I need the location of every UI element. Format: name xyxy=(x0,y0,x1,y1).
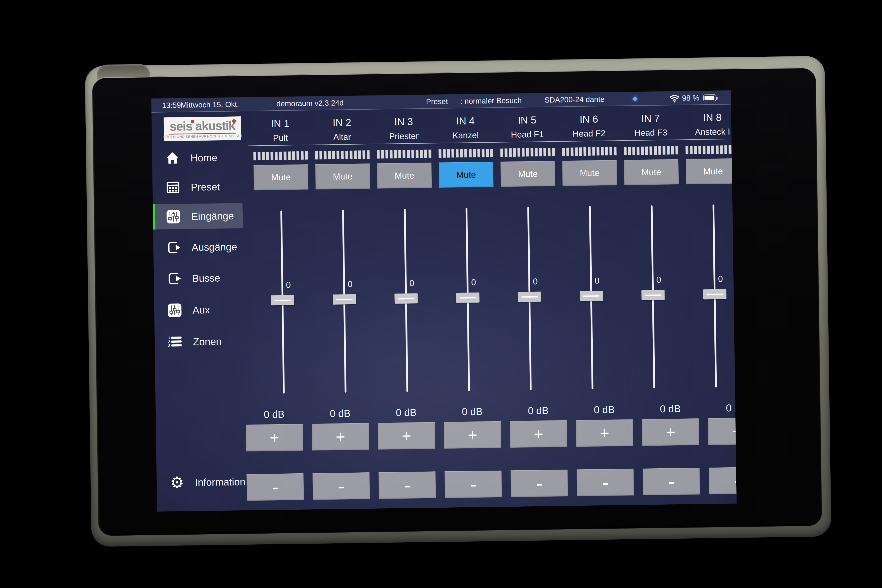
faders-icon xyxy=(166,209,181,224)
decrement-button[interactable]: - xyxy=(709,467,736,494)
db-value: 0 dB xyxy=(708,402,736,414)
device-name: SDA200-24 dante xyxy=(544,92,604,107)
brand-logo: seis akustik HÖREN UND SEHEN AUF HÖCHSTE… xyxy=(164,116,241,141)
logo-red-dot xyxy=(191,120,194,123)
decrement-button[interactable]: - xyxy=(510,470,568,497)
app-screen: 13:59 Mittwoch 15. Okt. demoraum v2.3 24… xyxy=(151,90,736,512)
active-indicator-stripe xyxy=(153,204,155,230)
increment-button[interactable]: + xyxy=(378,422,435,450)
sidebar-item-label: Eingänge xyxy=(191,210,234,222)
increment-button[interactable]: + xyxy=(642,418,699,446)
channel-footer: 0 dB + - xyxy=(373,95,436,508)
meter-segment xyxy=(566,148,569,156)
decrement-button[interactable]: - xyxy=(444,471,502,498)
battery-percent: 98 % xyxy=(682,91,699,105)
increment-button[interactable]: + xyxy=(510,420,567,448)
app-title: demoraum v2.3 24d xyxy=(276,96,344,111)
preset-grid-icon xyxy=(166,180,180,195)
clock: 13:59 xyxy=(162,98,181,112)
channel-footer: 0 dB + - xyxy=(307,96,370,509)
sidebar-item-home[interactable]: Home xyxy=(152,145,242,171)
gear-icon: ⚙ xyxy=(170,475,184,490)
increment-button[interactable]: + xyxy=(246,424,303,452)
date: Mittwoch 15. Okt. xyxy=(180,97,239,112)
output-arrow-icon xyxy=(166,240,181,255)
logo-red-dot xyxy=(232,119,236,123)
sidebar-item-label: Busse xyxy=(192,272,220,284)
db-value: 0 dB xyxy=(312,407,369,420)
meter-segment xyxy=(305,151,308,159)
sidebar-item-label: Information xyxy=(195,476,246,488)
db-value: 0 dB xyxy=(444,406,501,418)
preset-label: Preset xyxy=(426,94,448,109)
channel-footer: 0 dB + - xyxy=(704,90,736,504)
decrement-button[interactable]: - xyxy=(246,473,304,501)
channel-footer: 0 dB + - xyxy=(241,96,304,510)
tablet-device: 13:59 Mittwoch 15. Okt. demoraum v2.3 24… xyxy=(0,0,882,588)
output-arrow-icon xyxy=(167,271,182,286)
db-value: 0 dB xyxy=(510,405,567,417)
faders-icon xyxy=(167,303,182,318)
db-value: 0 dB xyxy=(642,403,699,415)
channel-footer: 0 dB + - xyxy=(505,93,568,507)
sidebar-item-preset[interactable]: Preset xyxy=(153,174,242,200)
db-value: 0 dB xyxy=(576,404,633,416)
increment-button[interactable]: + xyxy=(312,423,369,450)
increment-button[interactable]: + xyxy=(708,417,736,445)
decrement-button[interactable]: - xyxy=(577,469,634,496)
db-value: 0 dB xyxy=(246,408,303,420)
meter-segment xyxy=(733,146,736,154)
preset-value: : normaler Besuch xyxy=(460,93,522,108)
decrement-button[interactable]: - xyxy=(643,468,700,495)
channel-footer: 0 dB + - xyxy=(637,91,700,505)
decrement-button[interactable]: - xyxy=(312,472,370,500)
brand-name: seis akustik xyxy=(170,119,235,133)
sidebar-item-label: Ausgänge xyxy=(192,241,237,253)
sidebar-item-eingaenge[interactable]: Eingänge xyxy=(153,203,243,230)
sidebar-item-busse[interactable]: Busse xyxy=(154,265,244,291)
meter-segment xyxy=(698,146,701,154)
sidebar-item-information[interactable]: ⚙ Information xyxy=(156,469,246,495)
zones-list-icon: 1 2 3 xyxy=(168,334,183,350)
sidebar-item-label: Zonen xyxy=(193,336,222,348)
sidebar-item-label: Aux xyxy=(192,304,210,316)
sidebar-item-ausgaenge[interactable]: Ausgänge xyxy=(153,234,243,261)
status-indicator-dot xyxy=(633,97,637,101)
increment-button[interactable]: + xyxy=(444,421,501,448)
db-value: 0 dB xyxy=(378,406,435,418)
svg-text:3: 3 xyxy=(168,344,170,348)
home-icon xyxy=(165,151,180,165)
sidebar-item-zonen[interactable]: 1 2 3 Zonen xyxy=(154,328,244,355)
photo-stage: 13:59 Mittwoch 15. Okt. demoraum v2.3 24… xyxy=(0,0,882,588)
brand-tagline: HÖREN UND SEHEN AUF HÖCHSTEM NIVEAU xyxy=(163,134,242,138)
meter-segment xyxy=(632,147,635,155)
increment-button[interactable]: + xyxy=(576,419,633,447)
tablet-body: 13:59 Mittwoch 15. Okt. demoraum v2.3 24… xyxy=(92,67,822,536)
meter-segment xyxy=(500,148,503,157)
sidebar-item-label: Preset xyxy=(191,181,220,193)
wifi-icon xyxy=(669,94,680,103)
channel-footer: 0 dB + - xyxy=(439,94,502,508)
meter-segment xyxy=(367,150,369,159)
battery-icon xyxy=(703,94,716,102)
svg-text:1: 1 xyxy=(168,336,170,340)
sidebar-item-label: Home xyxy=(190,152,217,164)
channel-footer: 0 dB + - xyxy=(571,92,634,506)
meter-segment xyxy=(301,152,303,160)
decrement-button[interactable]: - xyxy=(378,471,436,499)
sidebar-item-aux[interactable]: Aux xyxy=(154,297,244,323)
